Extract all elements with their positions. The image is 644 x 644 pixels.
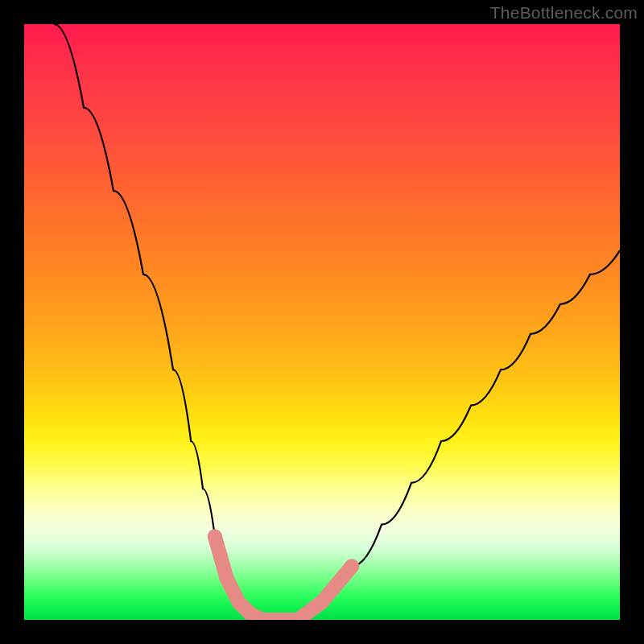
bottleneck-curve — [24, 24, 620, 620]
chart-frame: TheBottleneck.com — [0, 0, 644, 644]
valley-marker-dot — [208, 529, 222, 543]
valley-marker-dot — [345, 559, 359, 573]
curve-line — [54, 24, 620, 620]
plot-area — [24, 24, 620, 620]
watermark-text: TheBottleneck.com — [490, 3, 638, 23]
valley-markers — [208, 529, 359, 620]
